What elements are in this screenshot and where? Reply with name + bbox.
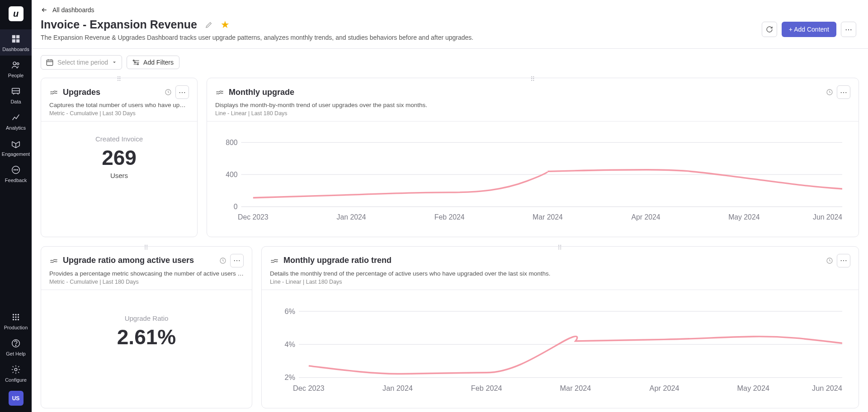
sidebar-item-people[interactable]: People: [0, 56, 32, 82]
card-upgrade-ratio: ⠿ Upgrade ratio among active users ⋯ Pro…: [41, 246, 252, 408]
page-more-button[interactable]: ⋯: [841, 22, 856, 37]
sidebar-item-label: Production: [4, 325, 28, 330]
sidebar-item-label: Dashboards: [2, 47, 29, 52]
metric-value: 2.61%: [46, 325, 247, 349]
svg-point-14: [13, 316, 14, 318]
card-more-button[interactable]: ⋯: [230, 254, 244, 267]
y-tick: 4%: [285, 340, 296, 348]
y-tick: 400: [226, 171, 238, 178]
more-icon: ⋯: [179, 88, 186, 97]
x-tick: Feb 2024: [434, 213, 465, 221]
sidebar-item-label: Configure: [5, 377, 27, 383]
gear-icon: [11, 365, 21, 375]
more-icon: ⋯: [840, 88, 847, 97]
more-icon: ⋯: [840, 256, 847, 265]
analytics-icon: [11, 112, 21, 122]
chart-icon: [215, 88, 224, 97]
dashboards-icon: [11, 34, 21, 44]
calendar-icon: [46, 58, 54, 66]
chart-icon: [49, 88, 58, 97]
clock-icon: [826, 89, 833, 96]
chevron-down-icon: [112, 60, 117, 65]
feedback-icon: [11, 165, 21, 175]
svg-point-19: [18, 319, 19, 320]
monthly-ratio-chart: 6% 4% 2% Dec 2023 Jan 2024 Feb 2024 Mar …: [278, 299, 842, 397]
add-filters-button[interactable]: Add Filters: [127, 56, 179, 69]
card-description: Captures the total number of users who h…: [49, 102, 189, 108]
card-more-button[interactable]: ⋯: [837, 254, 850, 267]
card-meta: Line - Linear | Last 180 Days: [270, 279, 850, 285]
data-icon: [11, 86, 21, 96]
svg-point-25: [134, 62, 136, 63]
card-meta: Metric - Cumulative | Last 30 Days: [49, 110, 189, 117]
favorite-button[interactable]: ★: [221, 19, 230, 31]
apps-icon: [11, 312, 21, 322]
clock-icon: [165, 89, 172, 96]
svg-point-9: [15, 169, 16, 170]
card-meta: Line - Linear | Last 180 Days: [215, 110, 850, 117]
svg-point-16: [18, 316, 19, 318]
card-title: Upgrades: [63, 88, 100, 97]
card-description: Provides a percentage metric showcasing …: [49, 270, 244, 277]
filter-icon: [132, 59, 140, 66]
card-more-button[interactable]: ⋯: [837, 85, 850, 99]
refresh-button[interactable]: [762, 22, 777, 37]
y-tick: 6%: [285, 307, 296, 315]
clock-icon: [219, 257, 226, 264]
x-tick: Dec 2023: [293, 384, 325, 392]
time-period-select[interactable]: Select time period: [41, 55, 122, 70]
pencil-icon: [205, 21, 213, 29]
svg-point-11: [13, 314, 14, 315]
x-tick: Apr 2024: [650, 384, 679, 392]
card-description: Details the monthly trend of the percent…: [270, 270, 850, 277]
sidebar-item-feedback[interactable]: Feedback: [0, 160, 32, 187]
y-tick: 0: [234, 203, 238, 211]
y-tick: 800: [226, 139, 238, 146]
edit-button[interactable]: [203, 19, 214, 30]
sidebar: u Dashboards People Data Analytics Engag…: [0, 0, 32, 412]
sidebar-item-label: Engagement: [2, 151, 30, 157]
clock-icon: [826, 257, 833, 264]
x-tick: Jan 2024: [337, 213, 366, 221]
sidebar-item-configure[interactable]: Configure: [0, 360, 32, 386]
user-avatar[interactable]: US: [9, 391, 24, 406]
svg-point-15: [15, 316, 16, 318]
page-title: Invoice - Expansion Revenue: [41, 18, 197, 31]
x-tick: May 2024: [728, 213, 760, 221]
svg-rect-1: [16, 35, 19, 38]
add-content-button[interactable]: + Add Content: [782, 22, 836, 37]
svg-point-8: [14, 169, 14, 170]
svg-rect-0: [12, 35, 15, 38]
time-period-placeholder: Select time period: [57, 59, 108, 66]
sidebar-item-analytics[interactable]: Analytics: [0, 108, 32, 134]
main-content: All dashboards Invoice - Expansion Reven…: [32, 0, 868, 412]
back-link[interactable]: All dashboards: [41, 6, 859, 14]
sidebar-item-data[interactable]: Data: [0, 82, 32, 108]
svg-point-26: [137, 64, 139, 65]
x-tick: Mar 2024: [560, 384, 591, 392]
people-icon: [11, 60, 21, 70]
svg-point-10: [17, 169, 18, 170]
y-tick: 2%: [285, 373, 296, 381]
add-filters-label: Add Filters: [143, 59, 174, 66]
x-tick: Mar 2024: [533, 213, 563, 221]
logo[interactable]: u: [9, 6, 24, 21]
sidebar-item-label: Analytics: [6, 125, 26, 131]
sidebar-item-label: Feedback: [5, 178, 27, 183]
sidebar-item-dashboards[interactable]: Dashboards: [0, 29, 32, 56]
x-tick: Jun 2024: [813, 213, 842, 221]
card-more-button[interactable]: ⋯: [175, 85, 189, 99]
sidebar-item-label: Data: [10, 99, 21, 104]
svg-point-12: [15, 314, 16, 315]
sidebar-item-label: Get Help: [6, 351, 25, 356]
sidebar-item-engagement[interactable]: Engagement: [0, 134, 32, 160]
x-tick: Apr 2024: [632, 213, 660, 221]
card-upgrades: ⠿ Upgrades ⋯ Captures the total number o…: [41, 78, 198, 237]
card-title: Upgrade ratio among active users: [63, 256, 194, 265]
metric-label: Created Invoice: [46, 135, 193, 143]
x-tick: Jan 2024: [382, 384, 413, 392]
sidebar-item-production[interactable]: Production: [0, 308, 32, 334]
help-icon: [11, 338, 21, 348]
card-meta: Metric - Cumulative | Last 180 Days: [49, 279, 244, 285]
sidebar-item-gethelp[interactable]: Get Help: [0, 334, 32, 360]
